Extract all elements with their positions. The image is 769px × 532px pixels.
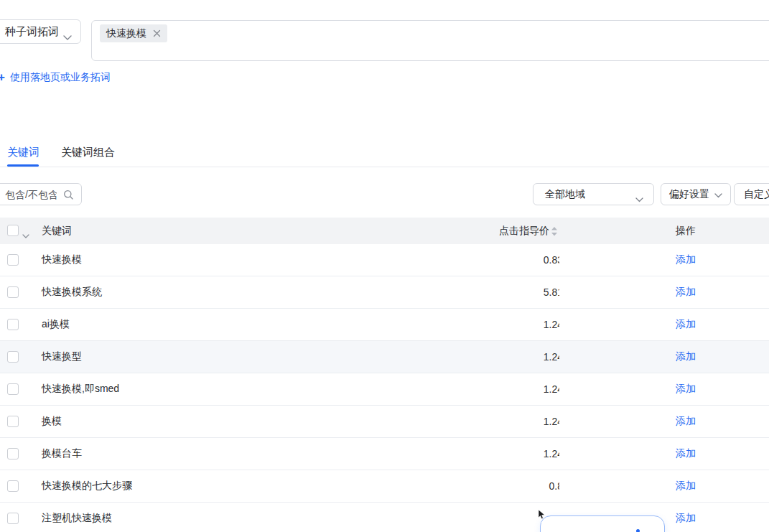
sort-icon[interactable] [551, 226, 557, 239]
add-keyword-link[interactable]: 添加 [676, 470, 696, 502]
table-row[interactable]: 快速换型 1.24 添加 [0, 341, 769, 373]
seed-mode-select[interactable]: 种子词拓词 [0, 19, 81, 44]
chevron-down-icon [714, 189, 722, 200]
keyword-cell: ai换模 [42, 309, 70, 340]
customize-columns-label: 自定义 [744, 188, 769, 201]
add-keyword-link[interactable]: 添加 [676, 309, 696, 340]
region-select-value: 全部地域 [545, 188, 585, 201]
chevron-down-icon [635, 193, 643, 205]
customize-columns-button[interactable]: 自定义 [734, 183, 769, 205]
tab-keywords[interactable]: 关键词 [7, 146, 39, 159]
add-keyword-link[interactable]: 添加 [676, 503, 696, 532]
select-all-checkbox[interactable] [7, 225, 19, 236]
row-checkbox[interactable] [7, 480, 19, 492]
add-keyword-link[interactable]: 添加 [676, 244, 696, 276]
keyword-cell: 快速换模,即smed [42, 373, 119, 405]
column-header-price[interactable]: 点击指导价 [499, 218, 549, 244]
table-row[interactable]: 快速换模,即smed 1.24 添加 [0, 373, 769, 406]
keyword-filter-input[interactable] [5, 189, 57, 200]
row-checkbox[interactable] [7, 448, 19, 459]
add-keyword-link[interactable]: 添加 [676, 276, 696, 308]
selection-menu-chevron-icon[interactable] [22, 228, 29, 241]
table-row[interactable]: ai换模 1.24 添加 [0, 309, 769, 341]
keyword-cell: 注塑机快速换模 [42, 503, 112, 532]
price-cell: 1.24 [495, 406, 559, 437]
price-cell: 1.24 [495, 341, 559, 373]
chevron-down-icon [63, 30, 72, 43]
loading-dot [636, 529, 640, 532]
keyword-cell: 快速换模 [42, 244, 82, 276]
table-row[interactable]: 快速换模系统 5.81 添加 [0, 276, 769, 309]
price-cell: 0.83 [495, 244, 559, 276]
search-icon[interactable] [63, 190, 74, 203]
keyword-filter-input-wrap [0, 183, 82, 205]
seed-tag: 快速换模 [100, 24, 167, 42]
price-cell: 5.81 [495, 276, 559, 308]
table-row[interactable]: 换模台车 1.24 添加 [0, 438, 769, 470]
add-keyword-link[interactable]: 添加 [676, 406, 696, 437]
tab-keyword-combinations[interactable]: 关键词组合 [61, 146, 115, 159]
seed-mode-label: 种子词拓词 [5, 25, 59, 39]
price-cell: 1.24 [495, 373, 559, 405]
close-icon[interactable] [153, 29, 161, 37]
price-cell: 1.24 [495, 309, 559, 340]
keyword-cell: 快速换模系统 [42, 276, 102, 308]
row-checkbox[interactable] [7, 319, 19, 330]
row-checkbox[interactable] [7, 254, 19, 266]
plus-icon: + [0, 73, 5, 83]
row-checkbox[interactable] [7, 351, 19, 363]
keyword-cell: 快速换模的七大步骤 [42, 470, 132, 502]
table-body: 快速换模 0.83 添加 快速换模系统 5.81 添加 ai换模 1.24 添加… [0, 244, 769, 532]
keyword-cell: 换模 [42, 406, 62, 437]
seed-words-input-area[interactable]: 快速换模 [91, 20, 769, 61]
price-cell: 1.24 [495, 438, 559, 470]
seed-tag-label: 快速换模 [106, 27, 146, 40]
row-checkbox[interactable] [7, 383, 19, 395]
preference-settings-button[interactable]: 偏好设置 [661, 183, 731, 205]
preference-settings-label: 偏好设置 [669, 188, 709, 201]
add-keyword-link[interactable]: 添加 [676, 341, 696, 373]
table-row[interactable]: 快速换模的七大步骤 0.8 添加 [0, 470, 769, 503]
column-header-action: 操作 [676, 218, 696, 244]
table-header: 关键词 点击指导价 操作 [0, 218, 769, 244]
row-checkbox[interactable] [7, 286, 19, 298]
add-keyword-link[interactable]: 添加 [676, 373, 696, 405]
price-cell: 0.8 [495, 470, 559, 502]
keyword-expansion-page: 种子词拓词 快速换模 + 使用落地页或业务拓词 关键词 关键词组合 全部地域 [0, 0, 769, 532]
region-select[interactable]: 全部地域 [533, 183, 654, 205]
hover-popover [540, 515, 665, 532]
keyword-cell: 换模台车 [42, 438, 82, 470]
table-row[interactable]: 快速换模 0.83 添加 [0, 244, 769, 276]
add-keyword-link[interactable]: 添加 [676, 438, 696, 470]
keyword-cell: 快速换型 [42, 341, 82, 373]
column-header-keyword: 关键词 [42, 218, 72, 244]
row-checkbox[interactable] [7, 416, 19, 427]
table-row[interactable]: 换模 1.24 添加 [0, 406, 769, 438]
row-checkbox[interactable] [7, 513, 19, 524]
expand-by-landing-page-link[interactable]: + 使用落地页或业务拓词 [0, 71, 111, 84]
expand-link-label: 使用落地页或业务拓词 [10, 71, 111, 84]
result-tabs: 关键词 关键词组合 [0, 141, 769, 167]
tabs-divider [0, 167, 769, 167]
